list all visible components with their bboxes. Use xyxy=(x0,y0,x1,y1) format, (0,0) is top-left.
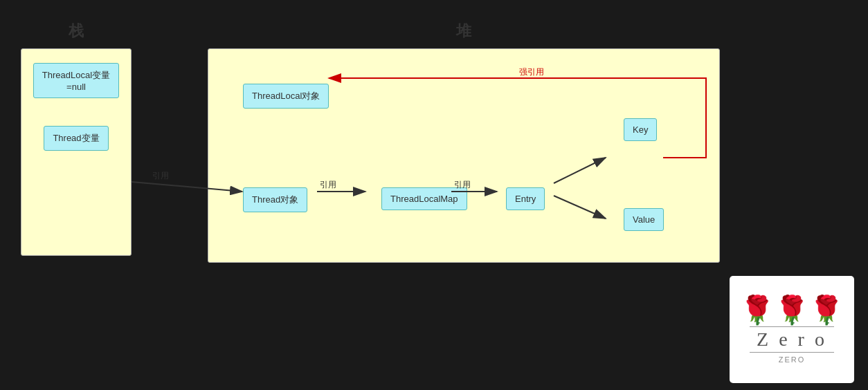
thread-var-node: Thread变量 xyxy=(44,126,108,151)
stack-section: 栈 ThreadLocal变量=null Thread变量 xyxy=(21,21,132,256)
value-node: Value xyxy=(624,208,664,231)
threadlocal-obj-node: ThreadLocal对象 xyxy=(243,84,329,109)
watermark-roses: 🌹🌹🌹 xyxy=(740,296,844,324)
stack-box: ThreadLocal变量=null Thread变量 xyxy=(21,48,132,256)
entry-node: Entry xyxy=(506,187,545,210)
watermark-label: ZERO xyxy=(779,355,806,364)
heap-label: 堆 xyxy=(208,21,720,41)
watermark: 🌹🌹🌹 Z e r o ZERO xyxy=(730,276,854,383)
threadlocal-var-node: ThreadLocal变量=null xyxy=(33,63,119,98)
threadlocalmap-node: ThreadLocalMap xyxy=(381,187,467,210)
stack-label: 栈 xyxy=(21,21,132,41)
thread-obj-node: Thread对象 xyxy=(243,187,307,212)
heap-section: 堆 ThreadLocal对象 Thread对象 ThreadLocalMap … xyxy=(208,21,720,263)
watermark-text: Z e r o xyxy=(750,326,834,353)
arrow-label-引用1: 引用 xyxy=(152,171,169,180)
key-node: Key xyxy=(624,118,657,141)
heap-box: ThreadLocal对象 Thread对象 ThreadLocalMap En… xyxy=(208,48,720,263)
